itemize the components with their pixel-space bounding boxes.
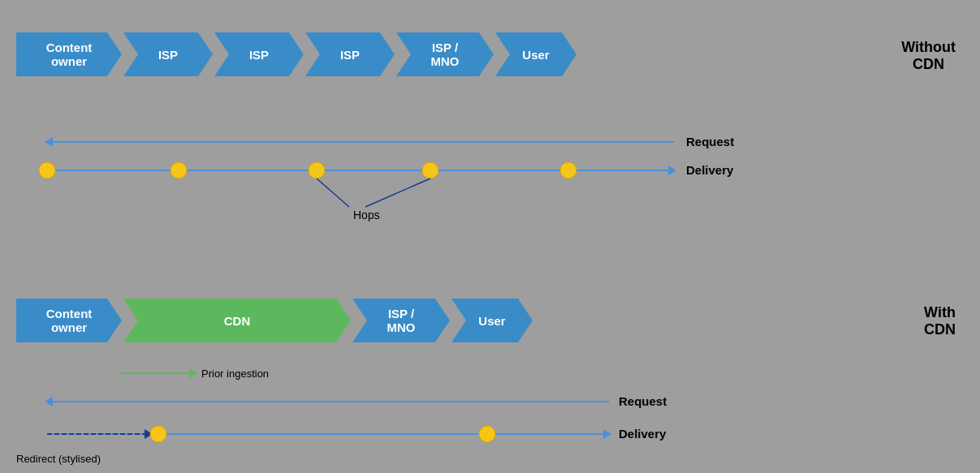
dot-top-1	[39, 162, 55, 178]
redirect-label: Redirect (stylised)	[16, 453, 101, 465]
arrow-isp-3: ISP	[305, 32, 395, 76]
dot-bottom-1	[150, 426, 166, 442]
arrow-user-top: User	[495, 32, 576, 76]
bottom-arrows-row: Contentowner CDN ISP /MNO User	[16, 299, 533, 342]
arrow-user-bottom: User	[451, 299, 533, 342]
arrow-isp-mno-bottom: ISP /MNO	[352, 299, 450, 342]
dot-top-3	[309, 162, 325, 178]
request-arrowhead-bottom	[45, 397, 53, 406]
request-label-bottom: Request	[619, 394, 667, 408]
delivery-label-bottom: Delivery	[619, 427, 667, 441]
arrow-isp-1: ISP	[123, 32, 213, 76]
arrow-content-owner-top: Contentowner	[16, 32, 122, 76]
top-arrows-row: Contentowner ISP ISP ISP ISP /MNO User	[16, 32, 576, 76]
dot-top-2	[171, 162, 187, 178]
arrow-cdn: CDN	[123, 299, 351, 342]
request-arrowhead-top	[45, 137, 53, 147]
label-without-cdn: WithoutCDN	[901, 39, 956, 73]
arrow-content-owner-bottom: Contentowner	[16, 299, 122, 342]
arrow-isp-mno-top: ISP /MNO	[396, 32, 494, 76]
dot-top-5	[560, 162, 576, 178]
hops-label: Hops	[353, 209, 380, 221]
arrow-isp-2: ISP	[214, 32, 304, 76]
diagram-container: WithoutCDN WithCDN Contentowner ISP ISP …	[0, 0, 980, 473]
prior-ingestion-arrowhead	[189, 368, 197, 378]
label-with-cdn: WithCDN	[924, 304, 956, 338]
delivery-label-top: Delivery	[686, 163, 734, 177]
dot-top-4	[422, 162, 438, 178]
prior-ingestion-label: Prior ingestion	[201, 368, 269, 380]
dot-bottom-2	[479, 426, 495, 442]
request-label-top: Request	[686, 135, 734, 148]
hops-line-left	[317, 178, 349, 207]
delivery-arrowhead-top	[668, 166, 676, 175]
hops-line-right	[365, 178, 430, 207]
delivery-arrowhead-bottom	[603, 429, 611, 439]
redirect-arrowhead	[145, 429, 153, 439]
